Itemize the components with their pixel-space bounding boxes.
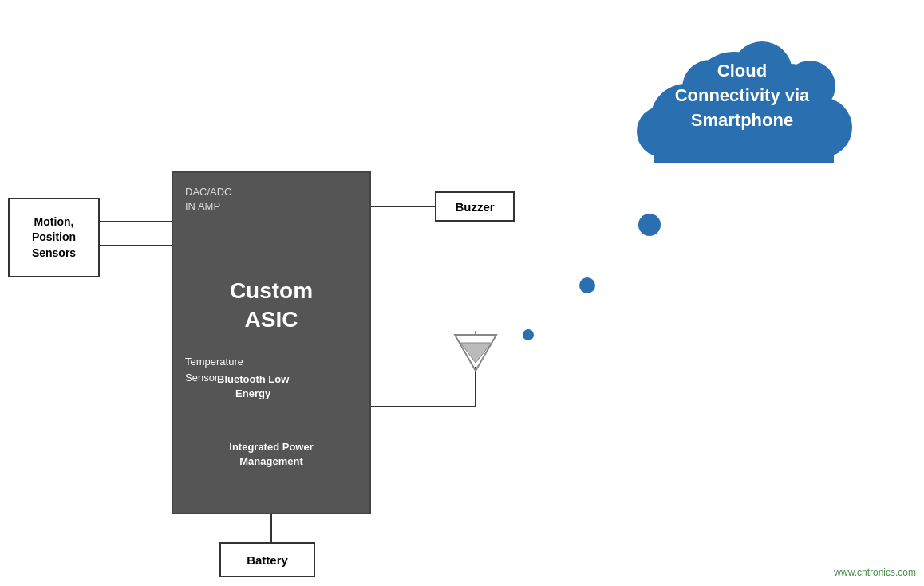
sensors-label: Motion, Position Sensors [32, 214, 76, 262]
watermark: www.cntronics.com [834, 567, 916, 578]
cloud-shape: Cloud Connectivity via Smartphone [622, 24, 862, 167]
ble-label: Bluetooth Low Energy [217, 372, 289, 401]
battery-label: Battery [247, 553, 288, 567]
battery-box: Battery [219, 542, 315, 577]
svg-marker-15 [455, 335, 496, 371]
ble-dot-large [638, 214, 661, 236]
buzzer-label: Buzzer [455, 200, 494, 214]
sensors-box: Motion, Position Sensors [8, 198, 100, 277]
ipm-label: Integrated Power Management [173, 440, 369, 469]
cloud-label: Cloud Connectivity via Smartphone [654, 59, 830, 132]
asic-main-label: Custom ASIC [173, 277, 369, 335]
asic-box: DAC/ADCIN AMP Custom ASIC Temperature Se… [172, 171, 371, 514]
asic-top-label: DAC/ADCIN AMP [185, 185, 232, 214]
buzzer-box: Buzzer [435, 191, 515, 222]
ble-dot-medium [579, 277, 595, 293]
ble-dot-small [523, 329, 534, 340]
svg-marker-16 [460, 343, 492, 363]
